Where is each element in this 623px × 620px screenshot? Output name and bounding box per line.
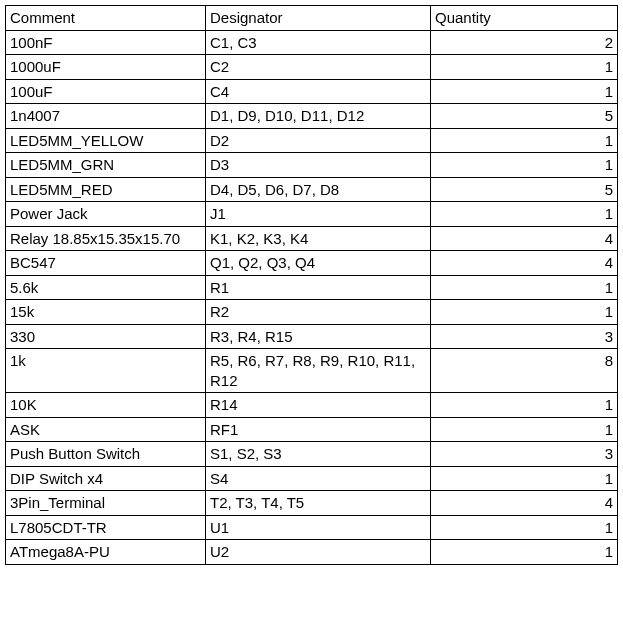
cell-designator: RF1 bbox=[206, 417, 431, 442]
table-row: DIP Switch x4S41 bbox=[6, 466, 618, 491]
table-row: Push Button SwitchS1, S2, S33 bbox=[6, 442, 618, 467]
cell-designator: S4 bbox=[206, 466, 431, 491]
table-row: 1000uFC21 bbox=[6, 55, 618, 80]
cell-comment: LED5MM_RED bbox=[6, 177, 206, 202]
table-row: LED5MM_GRND31 bbox=[6, 153, 618, 178]
cell-quantity: 4 bbox=[431, 491, 618, 516]
cell-quantity: 2 bbox=[431, 30, 618, 55]
cell-quantity: 4 bbox=[431, 251, 618, 276]
cell-comment: DIP Switch x4 bbox=[6, 466, 206, 491]
table-row: L7805CDT-TRU11 bbox=[6, 515, 618, 540]
cell-designator: C2 bbox=[206, 55, 431, 80]
cell-quantity: 1 bbox=[431, 202, 618, 227]
cell-designator: R3, R4, R15 bbox=[206, 324, 431, 349]
table-row: 100nFC1, C32 bbox=[6, 30, 618, 55]
cell-quantity: 1 bbox=[431, 300, 618, 325]
cell-quantity: 1 bbox=[431, 275, 618, 300]
cell-comment: 5.6k bbox=[6, 275, 206, 300]
table-row: 5.6kR11 bbox=[6, 275, 618, 300]
cell-comment: ATmega8A-PU bbox=[6, 540, 206, 565]
cell-designator: C4 bbox=[206, 79, 431, 104]
header-quantity: Quantity bbox=[431, 6, 618, 31]
table-row: 10KR141 bbox=[6, 393, 618, 418]
table-row: 15kR21 bbox=[6, 300, 618, 325]
table-header-row: Comment Designator Quantity bbox=[6, 6, 618, 31]
cell-quantity: 1 bbox=[431, 55, 618, 80]
cell-designator: U2 bbox=[206, 540, 431, 565]
cell-comment: Relay 18.85x15.35x15.70 bbox=[6, 226, 206, 251]
cell-comment: 100nF bbox=[6, 30, 206, 55]
cell-designator: J1 bbox=[206, 202, 431, 227]
cell-quantity: 1 bbox=[431, 79, 618, 104]
cell-designator: C1, C3 bbox=[206, 30, 431, 55]
cell-comment: 1n4007 bbox=[6, 104, 206, 129]
bom-table: Comment Designator Quantity 100nFC1, C32… bbox=[5, 5, 618, 565]
cell-quantity: 4 bbox=[431, 226, 618, 251]
table-row: Power JackJ11 bbox=[6, 202, 618, 227]
table-row: 3Pin_TerminalT2, T3, T4, T54 bbox=[6, 491, 618, 516]
cell-quantity: 1 bbox=[431, 153, 618, 178]
cell-comment: 1k bbox=[6, 349, 206, 393]
cell-comment: 330 bbox=[6, 324, 206, 349]
table-row: ASKRF11 bbox=[6, 417, 618, 442]
cell-quantity: 5 bbox=[431, 177, 618, 202]
cell-quantity: 1 bbox=[431, 540, 618, 565]
cell-designator: R1 bbox=[206, 275, 431, 300]
cell-designator: T2, T3, T4, T5 bbox=[206, 491, 431, 516]
cell-designator: R5, R6, R7, R8, R9, R10, R11, R12 bbox=[206, 349, 431, 393]
table-row: LED5MM_YELLOWD21 bbox=[6, 128, 618, 153]
cell-quantity: 8 bbox=[431, 349, 618, 393]
cell-designator: S1, S2, S3 bbox=[206, 442, 431, 467]
table-row: Relay 18.85x15.35x15.70K1, K2, K3, K44 bbox=[6, 226, 618, 251]
cell-quantity: 1 bbox=[431, 515, 618, 540]
cell-designator: U1 bbox=[206, 515, 431, 540]
table-row: 330R3, R4, R153 bbox=[6, 324, 618, 349]
cell-designator: D1, D9, D10, D11, D12 bbox=[206, 104, 431, 129]
cell-comment: Power Jack bbox=[6, 202, 206, 227]
cell-designator: Q1, Q2, Q3, Q4 bbox=[206, 251, 431, 276]
cell-comment: 1000uF bbox=[6, 55, 206, 80]
cell-comment: ASK bbox=[6, 417, 206, 442]
cell-comment: Push Button Switch bbox=[6, 442, 206, 467]
cell-quantity: 1 bbox=[431, 466, 618, 491]
table-body: 100nFC1, C321000uFC21100uFC411n4007D1, D… bbox=[6, 30, 618, 564]
header-comment: Comment bbox=[6, 6, 206, 31]
cell-designator: K1, K2, K3, K4 bbox=[206, 226, 431, 251]
table-row: LED5MM_REDD4, D5, D6, D7, D85 bbox=[6, 177, 618, 202]
cell-comment: 15k bbox=[6, 300, 206, 325]
cell-comment: L7805CDT-TR bbox=[6, 515, 206, 540]
table-row: BC547Q1, Q2, Q3, Q44 bbox=[6, 251, 618, 276]
table-row: 1n4007D1, D9, D10, D11, D125 bbox=[6, 104, 618, 129]
cell-quantity: 1 bbox=[431, 393, 618, 418]
cell-designator: R2 bbox=[206, 300, 431, 325]
table-row: 1kR5, R6, R7, R8, R9, R10, R11, R128 bbox=[6, 349, 618, 393]
cell-designator: D4, D5, D6, D7, D8 bbox=[206, 177, 431, 202]
header-designator: Designator bbox=[206, 6, 431, 31]
table-row: ATmega8A-PUU21 bbox=[6, 540, 618, 565]
cell-designator: R14 bbox=[206, 393, 431, 418]
cell-quantity: 5 bbox=[431, 104, 618, 129]
cell-designator: D3 bbox=[206, 153, 431, 178]
cell-comment: 100uF bbox=[6, 79, 206, 104]
cell-quantity: 1 bbox=[431, 128, 618, 153]
cell-comment: 3Pin_Terminal bbox=[6, 491, 206, 516]
cell-designator: D2 bbox=[206, 128, 431, 153]
cell-quantity: 3 bbox=[431, 324, 618, 349]
cell-comment: BC547 bbox=[6, 251, 206, 276]
cell-quantity: 1 bbox=[431, 417, 618, 442]
table-row: 100uFC41 bbox=[6, 79, 618, 104]
cell-comment: LED5MM_GRN bbox=[6, 153, 206, 178]
cell-comment: 10K bbox=[6, 393, 206, 418]
cell-quantity: 3 bbox=[431, 442, 618, 467]
cell-comment: LED5MM_YELLOW bbox=[6, 128, 206, 153]
